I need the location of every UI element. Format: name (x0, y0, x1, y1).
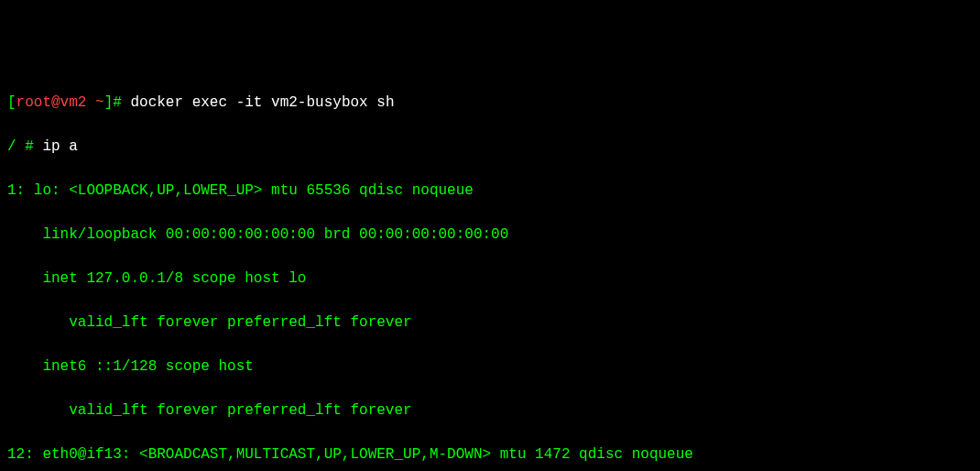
command-ipa: ip a (42, 138, 77, 155)
command-docker: docker exec -it vm2-busybox sh (130, 94, 394, 111)
ipa-lo-inet: inet 127.0.0.1/8 scope host lo (7, 268, 973, 290)
ipa-lo-link: link/loopback 00:00:00:00:00:00 brd 00:0… (7, 224, 973, 246)
ipa-eth-header: 12: eth0@if13: <BROADCAST,MULTICAST,UP,L… (7, 444, 973, 466)
bracket-close: ]# (104, 94, 122, 111)
bracket-open: [ (7, 94, 16, 111)
ipa-lo-inet-valid: valid_lft forever preferred_lft forever (7, 312, 973, 334)
prompt-line-2[interactable]: / # ip a (7, 136, 973, 158)
user-host: root@vm2 ~ (16, 94, 104, 111)
ipa-lo-inet6: inet6 ::1/128 scope host (7, 356, 973, 378)
prompt-line-1[interactable]: [root@vm2 ~]# docker exec -it vm2-busybo… (7, 92, 973, 114)
ipa-lo-header: 1: lo: <LOOPBACK,UP,LOWER_UP> mtu 65536 … (7, 180, 973, 202)
prompt-ps: / # (7, 138, 34, 155)
ipa-lo-inet6-valid: valid_lft forever preferred_lft forever (7, 400, 973, 422)
